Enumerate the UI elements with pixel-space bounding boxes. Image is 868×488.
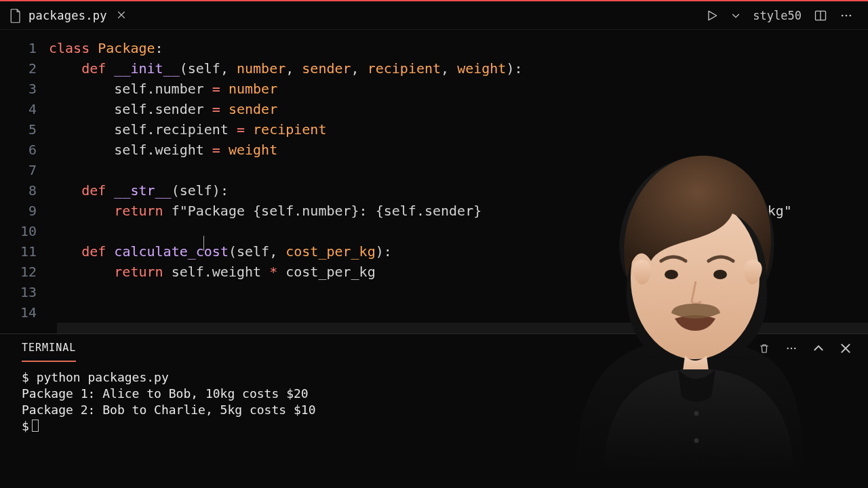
code-line-9: return f"Package {self.number}: {self.se… [49, 201, 868, 221]
close-tab-button[interactable] [114, 7, 129, 24]
code-line-12: return self.weight * cost_per_kg [49, 262, 868, 282]
terminal-line: $ [22, 419, 29, 433]
code-line-13 [49, 282, 868, 302]
terminal-tab[interactable]: TERMINAL [22, 335, 76, 362]
line-number: 3 [0, 79, 49, 99]
terminal-body[interactable]: $ python packages.py Package 1: Alice to… [0, 363, 868, 441]
tab-bar: packages.py style50 [0, 0, 868, 30]
tab-area: packages.py [0, 1, 138, 29]
line-number: 4 [0, 99, 49, 119]
svg-point-4 [850, 14, 852, 16]
line-number: 10 [0, 221, 49, 241]
terminal-line: $ python packages.py [22, 370, 169, 384]
terminal-line: Package 2: Bob to Charlie, 5kg costs $10 [22, 403, 315, 417]
code-line-3: self.number = number [49, 79, 868, 99]
line-number: 7 [0, 160, 49, 180]
code-line-8: def __str__(self): [49, 180, 868, 201]
split-terminal-button[interactable] [731, 342, 743, 354]
code-line-11: def calculate_cost(self, cost_per_kg): [49, 241, 868, 262]
more-actions-button[interactable] [840, 9, 853, 22]
run-button[interactable] [705, 9, 719, 22]
line-number: 14 [0, 302, 49, 323]
maximize-panel-button[interactable] [812, 342, 825, 354]
code-line-14 [49, 302, 868, 323]
line-number: 6 [0, 140, 49, 160]
svg-point-2 [842, 14, 844, 16]
new-terminal-button[interactable] [677, 342, 689, 354]
terminal-panel: TERMINAL $ python packag [0, 333, 868, 488]
tab-packages-py[interactable]: packages.py [0, 1, 138, 29]
line-number: 8 [0, 180, 49, 201]
tab-filename: packages.py [28, 9, 107, 22]
line-number: 9 [0, 201, 49, 221]
svg-point-9 [794, 348, 795, 349]
kill-terminal-button[interactable] [758, 342, 770, 354]
svg-point-7 [787, 348, 789, 349]
code-line-4: self.sender = sender [49, 99, 868, 119]
run-dropdown[interactable] [731, 11, 741, 20]
code-line-2: def __init__(self, number, sender, recip… [49, 58, 868, 79]
python-file-icon [9, 9, 22, 22]
svg-point-8 [791, 348, 792, 349]
line-number: 13 [0, 282, 49, 302]
terminal-dropdown[interactable] [704, 342, 716, 354]
style50-button[interactable]: style50 [753, 9, 802, 22]
svg-point-3 [846, 14, 848, 16]
terminal-header: TERMINAL [0, 334, 868, 363]
terminal-more-button[interactable] [785, 342, 797, 354]
line-number: 11 [0, 241, 49, 262]
code-line-6: self.weight = weight [49, 140, 868, 160]
code-line-1: class Package: [49, 38, 868, 58]
line-number: 2 [0, 58, 49, 79]
terminal-line: Package 1: Alice to Bob, 10kg costs $20 [22, 386, 309, 401]
code-line-10 [49, 221, 868, 241]
terminal-cursor [32, 420, 39, 432]
line-number: 12 [0, 262, 49, 282]
line-number: 5 [0, 119, 49, 140]
code-editor[interactable]: 1 class Package: 2 def __init__(self, nu… [0, 30, 868, 328]
terminal-actions [677, 342, 852, 354]
split-editor-button[interactable] [814, 9, 827, 22]
code-line-5: self.recipient = recipient [49, 119, 868, 140]
code-line-7 [49, 160, 868, 180]
line-number: 1 [0, 38, 49, 58]
editor-actions: style50 [705, 9, 868, 22]
close-panel-button[interactable] [840, 342, 852, 354]
